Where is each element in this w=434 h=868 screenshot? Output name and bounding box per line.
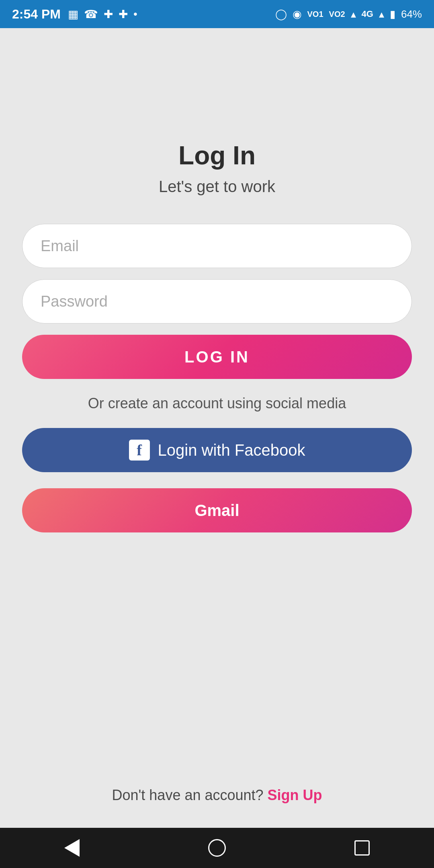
vol1-icon: VO1 (307, 10, 323, 19)
signal-bars-icon: ▴ (379, 8, 384, 20)
signal-icon: ▴ (351, 8, 356, 20)
email-field[interactable] (22, 224, 412, 268)
main-content: Log In Let's get to work LOG IN Or creat… (0, 28, 434, 828)
facebook-login-button[interactable]: f Login with Facebook (22, 428, 412, 472)
gmail-login-button[interactable]: Gmail (22, 488, 412, 532)
location-icon: ◉ (293, 8, 302, 20)
battery-percent: 64% (401, 8, 422, 20)
signup-link[interactable]: Sign Up (268, 787, 322, 803)
social-divider-text: Or create an account using social media (88, 395, 346, 412)
alarm-icon: ◯ (275, 8, 287, 20)
recents-button[interactable] (354, 840, 370, 856)
back-button[interactable] (64, 839, 80, 857)
home-icon (208, 839, 226, 857)
status-time: 2:54 PM (12, 7, 61, 22)
app-icon-2: ✚ (119, 8, 128, 21)
app-icon-1: ✚ (104, 8, 113, 21)
nav-bar (0, 828, 434, 868)
home-button[interactable] (208, 839, 226, 857)
title-section: Log In Let's get to work (159, 141, 275, 196)
back-icon (64, 839, 80, 857)
recents-icon (354, 840, 370, 856)
login-form: LOG IN (22, 224, 412, 395)
status-bar-right: ◯ ◉ VO1 VO2 ▴ 4G ▴ ▮ 64% (275, 8, 422, 20)
no-account-text: Don't have an account? (112, 787, 263, 803)
status-icons: ▦ ☎ ✚ ✚ • (68, 8, 137, 21)
dot-icon: • (133, 8, 137, 20)
status-bar: 2:54 PM ▦ ☎ ✚ ✚ • ◯ ◉ VO1 VO2 ▴ 4G ▴ ▮ 6… (0, 0, 434, 28)
status-bar-left: 2:54 PM ▦ ☎ ✚ ✚ • (12, 7, 137, 22)
page-title: Log In (159, 141, 275, 170)
signup-section: Don't have an account? Sign Up (112, 787, 322, 804)
message-icon: ▦ (68, 8, 78, 21)
vol2-icon: VO2 (329, 10, 345, 19)
phone-icon: ☎ (84, 8, 98, 21)
network-4g-icon: 4G (362, 9, 373, 19)
battery-icon: ▮ (390, 8, 395, 20)
login-button[interactable]: LOG IN (22, 335, 412, 379)
password-field[interactable] (22, 279, 412, 323)
facebook-icon: f (129, 440, 150, 461)
page-subtitle: Let's get to work (159, 178, 275, 196)
facebook-button-label: Login with Facebook (158, 441, 305, 459)
